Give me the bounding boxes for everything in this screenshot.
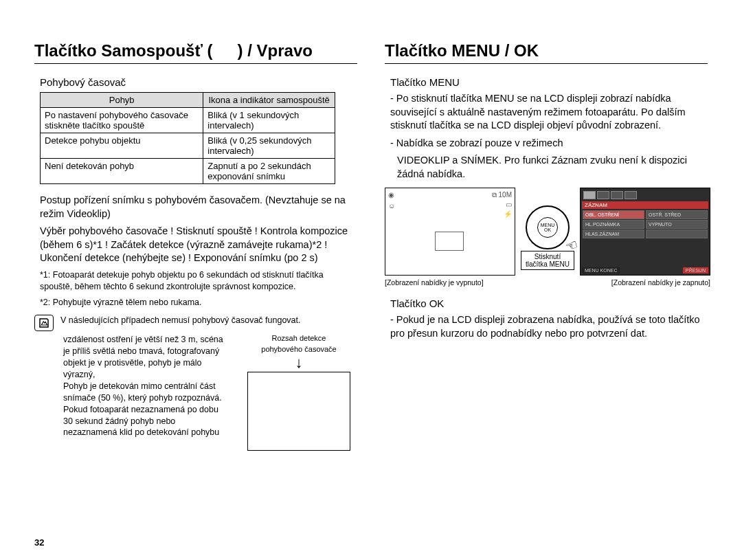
face-detect-icon: ☺ [388,202,395,210]
footnote-2: *2: Pohybujte výrazně tělem nebo rukama. [40,297,357,309]
down-arrow-icon: ↓ [240,355,357,370]
table-row: Není detekován pohyb Zapnutí a po 2 seku… [41,159,335,184]
detection-range-figure: Rozsah detekce pohybového časovače ↓ [240,334,357,450]
menu-tab-icon [611,191,623,199]
quality-icon: ▭ [506,201,512,208]
menu-desc-3: VIDEOKLIP a SNÍMEK. Pro funkci Záznam zv… [397,154,708,181]
right-column: Tlačítko MENU / OK Tlačítko MENU - Po st… [385,41,708,451]
lcd-off-block: ◉ ☺ ⧉ 10M ▭ ⚡ [Zobrazení nabídky je vypn… [385,188,515,287]
flash-icon: ⚡ [504,210,512,218]
menu-desc-1: - Po stisknutí tlačítka MENU se na LCD d… [390,92,708,133]
wheel-ok-label: OK [544,227,551,232]
wheel-menu-label: MENU [541,223,555,227]
note-intro: V následujících případech nemusí pohybov… [60,315,301,326]
detection-range-rect [247,372,350,451]
menu-desc-2: - Nabídka se zobrazí pouze v režimech [390,137,708,150]
image-size-icon: ⧉ 10M [492,191,512,199]
press-menu-label: Stisknutí tlačítka MENU [521,251,574,270]
motion-timer-subhead: Pohybový časovač [40,76,357,88]
caption-menu-off: [Zobrazení nabídky je vypnuto] [385,278,515,287]
focus-bracket-icon [435,232,464,251]
control-wheel-figure: MENU OK ☜ Stisknutí tlačítka MENU [521,188,574,270]
heading-selftimer: Tlačítko Samospoušť () / Vpravo [34,41,357,64]
procedure-steps: Výběr pohybového časovače ! Stisknutí sp… [40,225,357,265]
table-header-icon: Ikona a indikátor samospouště [203,93,335,108]
detection-caption-2: pohybového časovače [240,345,357,354]
menu-button-subhead: Tlačítko MENU [390,76,708,88]
menu-item: OBL. OSTŘENÍ [583,210,644,219]
menu-value: VYPNUTO [646,220,708,229]
note-icon [34,315,54,331]
menu-tab-icon [625,191,637,199]
left-column: Tlačítko Samospoušť () / Vpravo Pohybový… [34,41,357,451]
menu-tab-icon [583,191,596,199]
menu-item: HL.POZNÁMKA [583,220,644,229]
camera-mode-icon: ◉ [388,191,394,199]
menu-item: HLAS.ZÁZNAM [583,229,644,238]
table-header-motion: Pohyb [41,93,203,108]
ok-desc: - Pokud je na LCD displeji zobrazena nab… [390,313,708,340]
table-row: Po nastavení pohybového časovače stiskně… [41,108,335,133]
menu-foot-move: PŘESUN [683,267,708,273]
footnote-1: *1: Fotoaparát detekuje pohyb objektu po… [40,269,357,293]
note-body: vzdálenost ostření je větší než 3 m, scé… [63,334,228,450]
detection-caption-1: Rozsah detekce [240,334,357,343]
control-wheel-icon: MENU OK ☜ [526,205,570,249]
lcd-off-screen: ◉ ☺ ⧉ 10M ▭ ⚡ [385,188,515,276]
menu-value [646,229,708,238]
page-number: 32 [34,537,44,548]
motion-timer-table: Pohyb Ikona a indikátor samospouště Po n… [40,92,335,184]
heading-menu-ok: Tlačítko MENU / OK [385,41,708,64]
procedure-intro: Postup pořízení snímku s pohybovém časov… [40,194,357,221]
lcd-on-screen: ZÁZNAM OBL. OSTŘENÍ OSTŘ. STŘED HL.POZNÁ… [580,188,710,276]
menu-value: OSTŘ. STŘED [646,210,708,219]
caption-menu-on: [Zobrazení nabídky je zapnuto] [580,278,710,287]
menu-tab-icon [597,191,609,199]
menu-figure-row: ◉ ☺ ⧉ 10M ▭ ⚡ [Zobrazení nabídky je vypn… [385,188,708,287]
menu-section-band: ZÁZNAM [582,201,708,209]
lcd-on-block: ZÁZNAM OBL. OSTŘENÍ OSTŘ. STŘED HL.POZNÁ… [580,188,710,287]
menu-foot-exit: MENU KONEC [582,267,620,273]
table-row: Detekce pohybu objektu Bliká (v 0,25 sek… [41,133,335,159]
ok-button-subhead: Tlačítko OK [390,298,708,309]
heading-suffix: ) / Vpravo [238,41,313,60]
heading-prefix: Tlačítko Samospoušť ( [34,41,213,60]
